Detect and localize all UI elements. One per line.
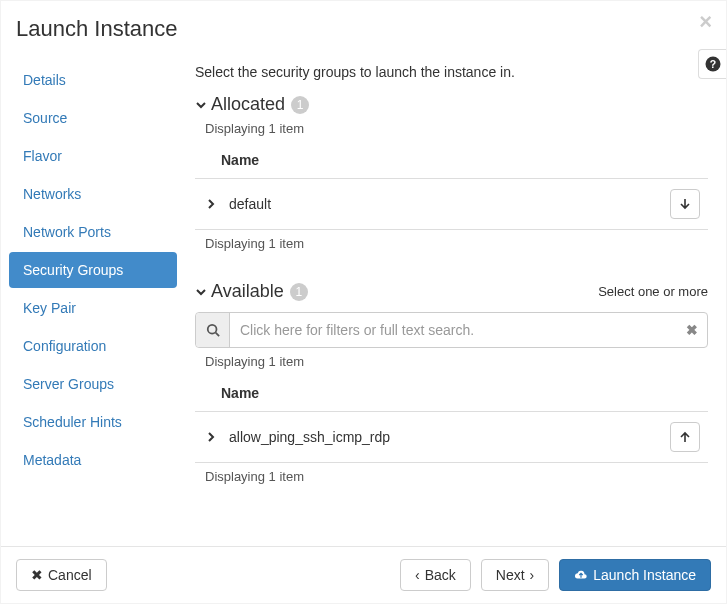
help-button[interactable]: ? [698, 49, 726, 79]
chevron-right-icon [206, 199, 216, 209]
modal-header: Launch Instance × [1, 1, 726, 52]
allocated-count-badge: 1 [291, 96, 309, 114]
sidebar-item-server-groups[interactable]: Server Groups [9, 366, 177, 402]
available-header-toggle[interactable]: Available 1 [195, 281, 308, 302]
sidebar-item-source[interactable]: Source [9, 100, 177, 136]
clear-search-button[interactable]: ✖ [677, 313, 707, 347]
sidebar-item-metadata[interactable]: Metadata [9, 442, 177, 478]
chevron-right-icon [206, 432, 216, 442]
available-header: Available 1 Select one or more [195, 281, 708, 302]
allocate-button[interactable] [670, 422, 700, 452]
modal-footer: ✖ Cancel ‹ Back Next › Launch Instance [1, 546, 726, 603]
launch-instance-button[interactable]: Launch Instance [559, 559, 711, 591]
available-col-name: Name [195, 377, 708, 411]
sidebar-item-configuration[interactable]: Configuration [9, 328, 177, 364]
expand-row-button[interactable] [205, 199, 217, 209]
arrow-down-icon [679, 198, 691, 210]
chevron-right-icon: › [530, 567, 535, 583]
back-label: Back [425, 567, 456, 583]
chevron-down-icon [195, 99, 205, 111]
sidebar-item-key-pair[interactable]: Key Pair [9, 290, 177, 326]
chevron-left-icon: ‹ [415, 567, 420, 583]
available-displaying-bottom: Displaying 1 item [205, 469, 708, 484]
sidebar-item-flavor[interactable]: Flavor [9, 138, 177, 174]
help-icon: ? [704, 55, 722, 73]
arrow-up-icon [679, 431, 691, 443]
search-bar: ✖ [195, 312, 708, 348]
allocated-displaying-top: Displaying 1 item [205, 121, 708, 136]
sidebar-item-network-ports[interactable]: Network Ports [9, 214, 177, 250]
svg-text:?: ? [709, 58, 715, 70]
wizard-sidebar: Details Source Flavor Networks Network P… [9, 52, 177, 542]
svg-point-2 [207, 325, 216, 334]
cancel-button[interactable]: ✖ Cancel [16, 559, 107, 591]
expand-row-button[interactable] [205, 432, 217, 442]
chevron-down-icon [195, 286, 205, 298]
launch-instance-modal: Launch Instance × ? Details Source Flavo… [0, 0, 727, 604]
search-input[interactable] [230, 313, 677, 347]
close-icon[interactable]: × [699, 11, 712, 33]
sidebar-item-security-groups[interactable]: Security Groups [9, 252, 177, 288]
sidebar-item-scheduler-hints[interactable]: Scheduler Hints [9, 404, 177, 440]
allocated-row: default [195, 178, 708, 230]
sidebar-item-details[interactable]: Details [9, 62, 177, 98]
search-icon [206, 323, 220, 337]
footer-right: ‹ Back Next › Launch Instance [400, 559, 711, 591]
close-icon: ✖ [31, 567, 43, 583]
allocated-title: Allocated [211, 94, 285, 115]
close-icon: ✖ [686, 322, 698, 338]
modal-title: Launch Instance [16, 16, 711, 42]
allocated-header[interactable]: Allocated 1 [195, 94, 708, 115]
search-icon-box[interactable] [196, 313, 230, 347]
available-row: allow_ping_ssh_icmp_rdp [195, 411, 708, 463]
next-label: Next [496, 567, 525, 583]
cancel-label: Cancel [48, 567, 92, 583]
available-hint: Select one or more [598, 284, 708, 299]
cloud-upload-icon [574, 568, 588, 582]
available-row-name: allow_ping_ssh_icmp_rdp [229, 429, 670, 445]
main-panel: Select the security groups to launch the… [177, 52, 726, 542]
intro-text: Select the security groups to launch the… [195, 64, 708, 80]
allocated-row-name: default [229, 196, 670, 212]
back-button[interactable]: ‹ Back [400, 559, 471, 591]
sidebar-item-networks[interactable]: Networks [9, 176, 177, 212]
allocated-displaying-bottom: Displaying 1 item [205, 236, 708, 251]
modal-body: Details Source Flavor Networks Network P… [1, 52, 726, 542]
svg-line-3 [215, 333, 219, 337]
available-title: Available [211, 281, 284, 302]
allocated-col-name: Name [195, 144, 708, 178]
next-button[interactable]: Next › [481, 559, 549, 591]
launch-label: Launch Instance [593, 567, 696, 583]
available-displaying-top: Displaying 1 item [205, 354, 708, 369]
available-count-badge: 1 [290, 283, 308, 301]
deallocate-button[interactable] [670, 189, 700, 219]
